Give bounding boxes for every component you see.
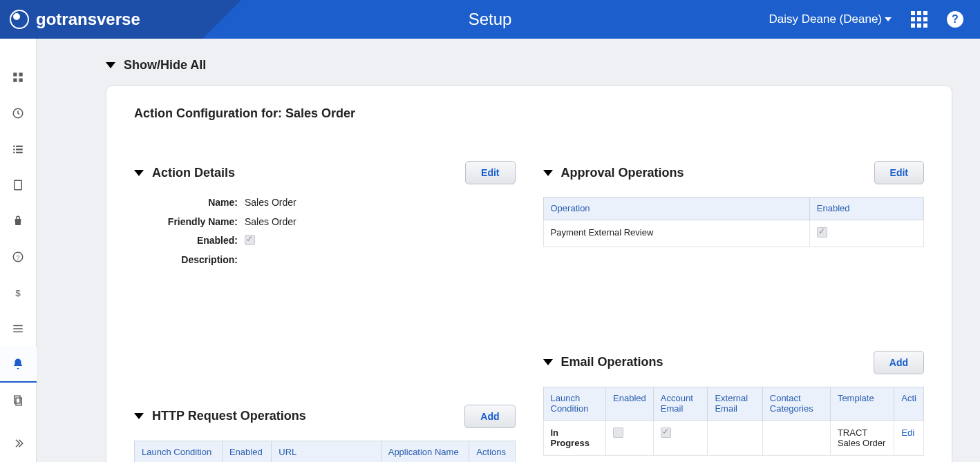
svg-rect-8 — [16, 148, 23, 150]
copy-icon — [12, 394, 24, 407]
value-name: Sales Order — [245, 197, 516, 208]
table-row: Payment External Review — [543, 220, 924, 247]
email-col-template[interactable]: Template — [830, 387, 894, 420]
user-menu[interactable]: Daisy Deane (Deane) — [769, 12, 892, 26]
email-col-actions[interactable]: Acti — [894, 387, 924, 420]
email-template-cell: TRACT Sales Order — [830, 420, 894, 455]
email-account-checkbox — [661, 427, 671, 438]
chevron-down-icon — [134, 170, 144, 176]
approval-section: Approval Operations Edit Operation Enabl… — [543, 161, 925, 247]
email-col-contact[interactable]: Contact Categories — [762, 387, 830, 420]
svg-text:?: ? — [16, 254, 19, 261]
label-friendly-name: Friendly Name: — [155, 216, 245, 229]
sidebar-help[interactable]: ? — [0, 239, 37, 275]
approval-enabled-checkbox — [817, 227, 827, 238]
email-col-launch[interactable]: Launch Condition — [543, 387, 606, 420]
svg-rect-5 — [13, 146, 15, 147]
edit-approval-button[interactable]: Edit — [874, 161, 924, 184]
sidebar-dashboard[interactable] — [0, 59, 37, 95]
brand-area: gotransverse — [0, 0, 202, 39]
chevron-down-icon — [106, 62, 115, 68]
menu-icon — [12, 323, 24, 335]
http-section: HTTP Request Operations Add Launch Condi… — [134, 405, 516, 463]
chevron-down-icon — [543, 170, 553, 176]
chevron-down-icon — [885, 17, 892, 21]
http-toggle[interactable]: HTTP Request Operations — [134, 409, 306, 423]
toggle-all[interactable]: Show/Hide All — [106, 58, 952, 73]
http-col-app[interactable]: Application Name — [381, 441, 469, 462]
chevron-right-icon — [12, 437, 24, 450]
action-details-toggle[interactable]: Action Details — [134, 166, 235, 180]
approval-table: Operation Enabled Payment External Revie… — [543, 197, 925, 247]
email-col-enabled[interactable]: Enabled — [606, 387, 654, 420]
email-col-external[interactable]: External Email — [708, 387, 762, 420]
svg-rect-7 — [13, 148, 15, 150]
action-details-section: Action Details Edit Name: Sales Order Fr… — [134, 161, 516, 267]
sidebar-bell[interactable] — [0, 347, 37, 383]
sidebar-doc[interactable] — [0, 167, 37, 203]
approval-op-cell: Payment External Review — [543, 220, 809, 247]
svg-rect-18 — [15, 396, 20, 403]
sidebar-dollar[interactable]: $ — [0, 275, 37, 311]
svg-rect-19 — [16, 398, 21, 405]
add-http-button[interactable]: Add — [464, 405, 515, 428]
right-column: Approval Operations Edit Operation Enabl… — [543, 161, 925, 462]
label-enabled: Enabled: — [155, 235, 245, 247]
grid-icon — [12, 71, 24, 84]
svg-text:$: $ — [15, 288, 21, 298]
email-col-account[interactable]: Account Email — [653, 387, 708, 420]
clock-icon — [12, 107, 24, 119]
label-description: Description: — [155, 254, 245, 267]
email-table: Launch Condition Enabled Account Email E… — [543, 387, 925, 456]
main-content: Show/Hide All Action Configuration for: … — [37, 39, 980, 462]
http-col-launch[interactable]: Launch Condition — [135, 441, 223, 462]
http-col-actions[interactable]: Actions — [469, 441, 515, 462]
http-col-enabled[interactable]: Enabled — [222, 441, 271, 462]
dollar-icon: $ — [12, 287, 24, 299]
approval-col-operation[interactable]: Operation — [543, 198, 809, 220]
sidebar-copy[interactable] — [0, 383, 37, 418]
card-title: Action Configuration for: Sales Order — [134, 106, 924, 121]
email-actions-cell[interactable]: Edi — [894, 420, 924, 455]
svg-rect-1 — [19, 73, 23, 76]
http-col-url[interactable]: URL — [272, 441, 381, 462]
svg-rect-10 — [16, 152, 23, 153]
email-launch-cell: In Progress — [543, 420, 606, 455]
bell-icon — [12, 358, 24, 370]
sidebar-list[interactable] — [0, 131, 37, 167]
edit-action-details-button[interactable]: Edit — [465, 161, 515, 184]
sidebar-menu[interactable] — [0, 311, 37, 347]
http-table: Launch Condition Enabled URL Application… — [134, 441, 516, 463]
svg-rect-17 — [13, 331, 23, 333]
config-card: Action Configuration for: Sales Order Ac… — [106, 85, 952, 462]
page-title: Setup — [469, 10, 512, 29]
table-row: In Progress TRACT Sales Order Edi — [543, 420, 924, 455]
toggle-all-label: Show/Hide All — [124, 58, 206, 73]
svg-rect-9 — [13, 152, 15, 153]
sidebar-bag[interactable] — [0, 203, 37, 239]
chevron-down-icon — [543, 359, 553, 365]
approval-col-enabled[interactable]: Enabled — [809, 198, 923, 220]
approval-toggle[interactable]: Approval Operations — [543, 166, 684, 180]
left-column: Action Details Edit Name: Sales Order Fr… — [134, 161, 516, 462]
email-toggle[interactable]: Email Operations — [543, 355, 663, 369]
email-title: Email Operations — [561, 355, 663, 369]
action-details-title: Action Details — [152, 166, 235, 180]
bag-icon — [12, 215, 24, 227]
label-name: Name: — [155, 197, 245, 209]
sidebar-expand[interactable] — [12, 437, 24, 452]
brand-name: gotransverse — [36, 10, 140, 29]
sidebar-clock[interactable] — [0, 95, 37, 131]
svg-rect-2 — [13, 79, 17, 82]
document-icon — [12, 179, 24, 191]
add-email-button[interactable]: Add — [874, 351, 924, 374]
svg-rect-0 — [13, 73, 17, 76]
email-enabled-checkbox — [613, 427, 623, 438]
value-friendly-name: Sales Order — [245, 216, 516, 227]
enabled-checkbox — [245, 235, 255, 245]
sidebar: ? $ — [0, 39, 37, 462]
http-title: HTTP Request Operations — [152, 409, 306, 423]
help-icon[interactable]: ? — [947, 11, 963, 28]
question-icon: ? — [12, 251, 24, 263]
apps-icon[interactable] — [911, 11, 927, 28]
